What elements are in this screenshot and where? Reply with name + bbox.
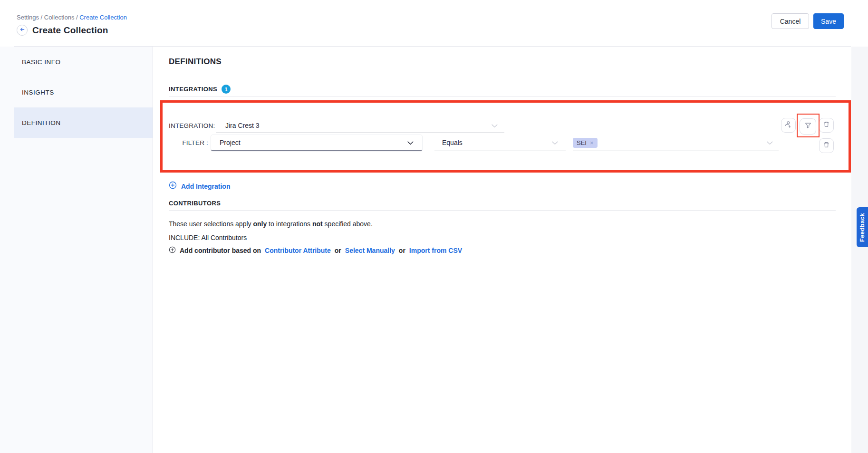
add-integration-link[interactable]: Add Integration <box>169 181 230 191</box>
trash-icon <box>823 121 830 130</box>
sidebar-item-insights[interactable]: INSIGHTS <box>0 77 153 107</box>
page-title: Create Collection <box>32 25 108 36</box>
filter-operator-value: Equals <box>442 139 463 146</box>
integrations-section-header: INTEGRATIONS 1 <box>169 85 231 94</box>
filter-value-chip-label: SEI <box>577 139 587 146</box>
plus-circle-icon <box>169 246 176 255</box>
definitions-heading: DEFINITIONS <box>169 57 222 67</box>
or-text: or <box>399 247 405 254</box>
chevron-down-icon <box>767 139 773 146</box>
user-plus-icon <box>784 120 792 130</box>
add-contributor-prefix: Add contributor based on <box>180 247 261 254</box>
funnel-filter-icon <box>804 122 812 131</box>
create-collection-page: Settings / Collections / Create Collecti… <box>0 0 868 453</box>
filter-operator-select[interactable]: Equals <box>434 135 566 151</box>
back-button[interactable] <box>17 25 28 36</box>
note-text: to integrations <box>267 220 312 228</box>
contributors-section-label: CONTRIBUTORS <box>169 200 221 207</box>
integrations-section-label: INTEGRATIONS <box>169 86 217 93</box>
cancel-button[interactable]: Cancel <box>772 13 809 29</box>
delete-filter-row-button[interactable] <box>819 118 834 133</box>
right-gutter <box>851 47 868 453</box>
or-text: or <box>335 247 341 254</box>
note-text: specified above. <box>323 220 373 228</box>
contributors-divider <box>169 210 836 211</box>
save-button[interactable]: Save <box>813 13 844 29</box>
chevron-down-icon <box>552 139 558 146</box>
note-bold-only: only <box>253 220 267 228</box>
integrations-divider <box>169 96 836 96</box>
integrations-count-badge: 1 <box>222 85 231 94</box>
title-row: Create Collection <box>17 25 108 36</box>
contributors-section-header: CONTRIBUTORS <box>169 200 221 207</box>
filter-field-value: Project <box>220 139 241 146</box>
chevron-down-icon <box>407 139 414 146</box>
sidebar: BASIC INFO INSIGHTS DEFINITION <box>0 47 153 453</box>
trash-icon <box>823 141 830 150</box>
chevron-down-icon <box>492 122 498 129</box>
integration-select[interactable]: Jira Crest 3 <box>216 118 504 133</box>
breadcrumb-current[interactable]: Create Collection <box>79 14 127 21</box>
breadcrumb: Settings / Collections / Create Collecti… <box>17 14 127 21</box>
note-text: These user selections apply <box>169 220 253 228</box>
feedback-tab[interactable]: Feedback <box>857 207 868 247</box>
integration-label: INTEGRATION: <box>169 118 215 133</box>
add-contributor-row: Add contributor based on Contributor Att… <box>169 246 462 255</box>
note-bold-not: not <box>312 220 323 228</box>
add-users-button[interactable] <box>781 118 796 133</box>
breadcrumb-settings-collections[interactable]: Settings / Collections / <box>17 14 79 21</box>
chip-remove-icon[interactable]: × <box>590 139 594 146</box>
back-arrow-icon <box>19 26 26 35</box>
import-from-csv-link[interactable]: Import from CSV <box>409 247 462 254</box>
feedback-tab-label: Feedback <box>859 213 866 242</box>
filter-values-select[interactable]: SEI × <box>573 135 779 151</box>
integration-select-value: Jira Crest 3 <box>225 122 260 129</box>
filter-value-chip[interactable]: SEI × <box>573 138 598 148</box>
filter-label: FILTER : <box>169 135 208 151</box>
select-manually-link[interactable]: Select Manually <box>345 247 395 254</box>
plus-circle-icon <box>169 181 177 191</box>
filter-field-select[interactable]: Project <box>211 135 423 151</box>
include-line: INCLUDE: All Contributors <box>169 234 247 241</box>
filters-button[interactable] <box>800 118 816 135</box>
contributor-attribute-link[interactable]: Contributor Attribute <box>265 247 331 254</box>
sidebar-item-basic-info[interactable]: BASIC INFO <box>0 47 153 77</box>
delete-integration-button[interactable] <box>819 138 834 153</box>
contributors-note: These user selections apply only to inte… <box>169 220 373 228</box>
sidebar-item-definition[interactable]: DEFINITION <box>14 107 153 138</box>
add-integration-label: Add Integration <box>181 183 230 190</box>
